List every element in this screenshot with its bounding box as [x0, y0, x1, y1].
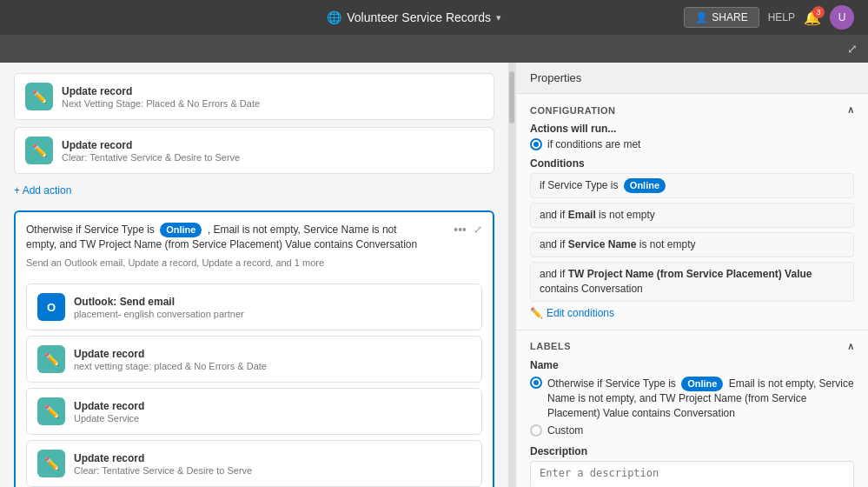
properties-header: Properties [516, 63, 868, 94]
action-text: Update record Next Vetting Stage: Placed… [62, 85, 483, 109]
action-text-2: Update record Clear: Tentative Service &… [62, 139, 483, 163]
conditional-block: Otherwise if Service Type is Online , Em… [14, 210, 494, 487]
left-panel: ✏️ Update record Next Vetting Stage: Pla… [0, 63, 508, 487]
action-title: Update record [62, 85, 483, 97]
action-card-outlook: O Outlook: Send email placement- english… [26, 284, 482, 330]
configuration-collapse-icon[interactable]: ∧ [847, 104, 855, 116]
description-input[interactable] [530, 461, 854, 487]
condition-row-1: and if Email is not empty [530, 203, 854, 228]
condition-row-2: and if Service Name is not empty [530, 232, 854, 257]
teal-icon-5: ✏️ [37, 450, 65, 477]
update-3-text: Update record next vetting stage: placed… [74, 348, 471, 371]
name-radio-dot-selected [530, 377, 542, 389]
sub-header: ⤢ [0, 35, 868, 63]
action-icon-teal-2: ✏️ [25, 137, 53, 164]
action-card-update-4: ✏️ Update record Update Service [26, 388, 482, 435]
labels-section: LABELS ∧ Name Otherwise if Service Type … [516, 330, 868, 487]
name-radio-dot-unselected [530, 424, 542, 437]
notification-badge: 3 [812, 6, 825, 18]
update-3-subtitle: next vetting stage: placed & No Errors &… [74, 361, 471, 371]
update-4-subtitle: Update Service [74, 413, 471, 424]
outlook-title: Outlook: Send email [74, 296, 471, 308]
app-header: 🌐 Volunteer Service Records ▾ 👤 SHARE HE… [0, 0, 868, 35]
avatar[interactable]: U [830, 5, 854, 30]
name-option-custom[interactable]: Custom [530, 424, 854, 437]
outlook-action-text: Outlook: Send email placement- english c… [74, 296, 471, 319]
pencil-icon-2: ✏️ [32, 143, 47, 157]
configuration-section: CONFIGURATION ∧ Actions will run... if c… [516, 94, 868, 330]
pencil-icon: ✏️ [32, 90, 47, 103]
action-card-update-1: ✏️ Update record Next Vetting Stage: Pla… [14, 73, 494, 120]
update-5-subtitle: Clear: Tentative Service & Desire to Ser… [74, 465, 471, 476]
description-label: Description [530, 445, 854, 457]
expand-block-icon[interactable]: ⤢ [474, 223, 482, 236]
labels-collapse-icon[interactable]: ∧ [847, 341, 855, 352]
conditions-label: Conditions [530, 157, 854, 170]
action-title-2: Update record [62, 139, 483, 151]
add-action-top-button[interactable]: + Add action [14, 181, 71, 200]
header-actions: 👤 SHARE HELP 🔔 3 U [684, 5, 854, 30]
notification-icon[interactable]: 🔔 3 [804, 10, 821, 26]
action-subtitle: Next Vetting Stage: Placed & No Errors &… [62, 98, 483, 109]
update-3-title: Update record [74, 348, 471, 360]
outlook-subtitle: placement- english conversation partner [74, 309, 471, 319]
labels-section-title: LABELS ∧ [530, 341, 854, 352]
radio-group-actions: if conditions are met [530, 138, 854, 150]
scrollbar[interactable] [508, 63, 515, 487]
help-button[interactable]: HELP [768, 11, 795, 23]
condition-block-header: Otherwise if Service Type is Online , Em… [26, 223, 482, 277]
update-5-text: Update record Clear: Tentative Service &… [74, 452, 471, 476]
update-5-title: Update record [74, 452, 471, 464]
title-dropdown-arrow[interactable]: ▾ [496, 12, 501, 23]
configuration-section-title: CONFIGURATION ∧ [530, 104, 854, 116]
condition-row-3: and if TW Project Name (from Service Pla… [530, 262, 854, 302]
page-title: Volunteer Service Records [347, 10, 491, 24]
action-subtitle-2: Clear: Tentative Service & Desire to Ser… [62, 152, 483, 163]
dots-menu-icon[interactable]: ••• [454, 223, 467, 237]
action-card-update-3: ✏️ Update record next vetting stage: pla… [26, 336, 482, 383]
update-4-title: Update record [74, 400, 471, 412]
header-title-area: 🌐 Volunteer Service Records ▾ [327, 10, 501, 24]
radio-if-conditions-met[interactable]: if conditions are met [530, 138, 854, 150]
online-badge: Online [160, 223, 202, 237]
name-online-badge: Online [681, 377, 723, 391]
teal-icon-3: ✏️ [37, 345, 65, 373]
main-layout: ✏️ Update record Next Vetting Stage: Pla… [0, 63, 868, 487]
action-card-update-5: ✏️ Update record Clear: Tentative Servic… [26, 440, 482, 487]
condition-row-0: if Service Type is Online [530, 173, 854, 198]
condition-title: Otherwise if Service Type is Online , Em… [26, 223, 419, 252]
globe-icon: 🌐 [327, 10, 341, 24]
pencil-edit-icon: ✏️ [530, 307, 543, 319]
right-panel: Properties CONFIGURATION ∧ Actions will … [515, 63, 868, 487]
edit-conditions-link[interactable]: ✏️ Edit conditions [530, 307, 854, 319]
action-card-update-2: ✏️ Update record Clear: Tentative Servic… [14, 127, 494, 174]
share-button[interactable]: 👤 SHARE [684, 7, 759, 28]
teal-icon-4: ✏️ [37, 397, 65, 425]
outlook-icon: O [37, 293, 65, 321]
action-icon-teal: ✏️ [25, 83, 53, 110]
expand-icon[interactable]: ⤢ [847, 42, 858, 56]
actions-will-run-label: Actions will run... [530, 123, 854, 135]
name-option-auto[interactable]: Otherwise if Service Type is Online Emai… [530, 377, 854, 421]
radio-dot-selected [530, 138, 542, 150]
service-type-badge: Online [624, 178, 666, 193]
condition-sub: Send an Outlook email, Update a record, … [26, 257, 419, 268]
update-4-text: Update record Update Service [74, 400, 471, 424]
name-label: Name [530, 359, 854, 371]
share-icon: 👤 [695, 11, 708, 23]
